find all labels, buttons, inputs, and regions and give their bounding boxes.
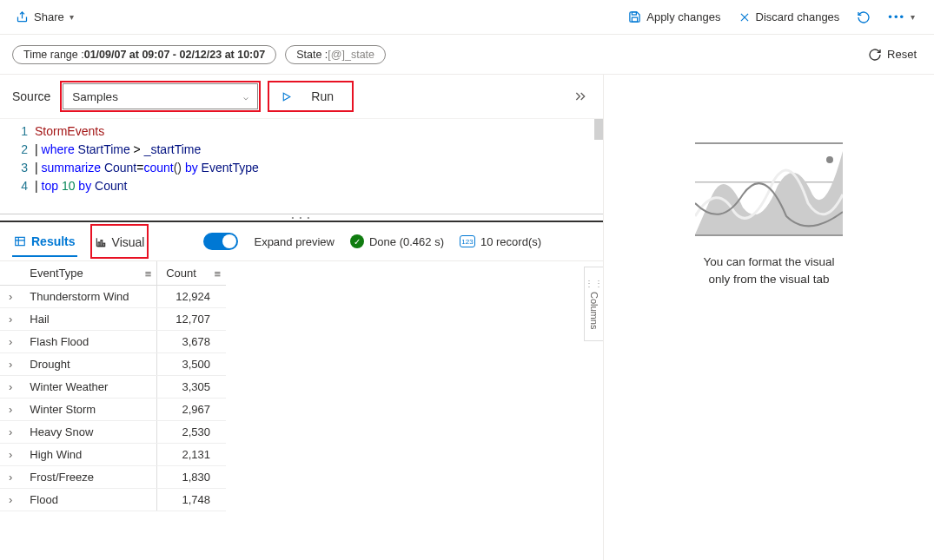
- collapse-right-pane-button[interactable]: [570, 86, 591, 107]
- cell-count: 1,748: [157, 489, 226, 511]
- play-icon: [281, 91, 292, 102]
- row-expander[interactable]: [0, 421, 21, 444]
- format-visual-info: You can format the visual only from the …: [703, 254, 834, 289]
- reset-label: Reset: [887, 48, 917, 61]
- cell-count: 3,305: [157, 376, 226, 399]
- columns-panel-toggle[interactable]: ⋮⋮ Columns: [584, 267, 603, 341]
- col-menu-icon[interactable]: ≡: [214, 267, 221, 280]
- source-row: Source Samples ⌵ Run: [0, 75, 603, 118]
- svg-rect-7: [695, 181, 843, 183]
- results-table: EventType ≡ Count ≡ Thunderstorm Wind12,…: [0, 261, 226, 511]
- table-icon: [14, 235, 26, 247]
- col-menu-icon[interactable]: ≡: [145, 267, 152, 280]
- svg-rect-4: [101, 240, 103, 247]
- cell-event-type: Drought: [21, 353, 156, 376]
- cell-count: 3,678: [157, 331, 226, 353]
- grip-icon: ⋮⋮: [585, 279, 604, 288]
- svg-rect-5: [103, 243, 104, 247]
- time-range-label: Time range :: [23, 49, 84, 61]
- row-expander[interactable]: [0, 331, 21, 353]
- check-icon: ✓: [350, 234, 364, 248]
- row-expander[interactable]: [0, 444, 21, 466]
- query-editor[interactable]: 1234 StormEvents| where StartTime > _sta…: [0, 118, 603, 214]
- expand-preview-toggle[interactable]: [203, 233, 238, 250]
- refresh-icon: [857, 10, 871, 24]
- refresh-button[interactable]: [848, 7, 879, 28]
- editor-scrollbar[interactable]: [594, 119, 603, 140]
- row-expander[interactable]: [0, 489, 21, 511]
- cell-count: 2,131: [157, 444, 226, 466]
- time-range-pill[interactable]: Time range : 01/09/07 at 09:07 - 02/12/2…: [12, 45, 276, 64]
- table-row[interactable]: Flood1,748: [0, 489, 226, 511]
- table-row[interactable]: Drought3,500: [0, 353, 226, 376]
- svg-rect-2: [16, 237, 25, 245]
- tab-visual-label: Visual: [112, 235, 145, 249]
- chart-placeholder-icon: [695, 134, 843, 238]
- format-visual-pane: You can format the visual only from the …: [604, 75, 934, 560]
- record-count-label: 10 record(s): [480, 235, 541, 248]
- cell-count: 2,967: [157, 399, 226, 421]
- row-expander[interactable]: [0, 286, 21, 308]
- chevron-down-icon: ▾: [911, 12, 915, 22]
- table-row[interactable]: Hail12,707: [0, 308, 226, 331]
- svg-point-9: [826, 156, 833, 163]
- row-expander[interactable]: [0, 466, 21, 489]
- results-toolbar: Results Visual Expand preview ✓ Done (0.…: [0, 222, 603, 260]
- cell-event-type: Flash Flood: [21, 331, 156, 353]
- row-expander[interactable]: [0, 376, 21, 399]
- chart-icon: [95, 236, 107, 248]
- table-row[interactable]: Heavy Snow2,530: [0, 421, 226, 444]
- cell-event-type: Heavy Snow: [21, 421, 156, 444]
- table-row[interactable]: High Wind2,131: [0, 444, 226, 466]
- state-label: State :: [296, 49, 328, 61]
- apply-changes-button[interactable]: Apply changes: [619, 7, 729, 27]
- reset-button[interactable]: Reset: [863, 44, 922, 65]
- more-icon: •••: [888, 10, 905, 23]
- editor-gutter: 1234: [0, 119, 35, 214]
- cell-event-type: Winter Storm: [21, 399, 156, 421]
- cell-count: 1,830: [157, 466, 226, 489]
- apply-changes-label: Apply changes: [646, 10, 720, 23]
- cell-event-type: High Wind: [21, 444, 156, 466]
- row-expander[interactable]: [0, 353, 21, 376]
- results-table-wrap: EventType ≡ Count ≡ Thunderstorm Wind12,…: [0, 260, 603, 560]
- cell-count: 12,924: [157, 286, 226, 308]
- pane-resize-handle[interactable]: • • •: [0, 214, 603, 222]
- tab-results[interactable]: Results: [12, 226, 77, 257]
- table-row[interactable]: Frost/Freeze1,830: [0, 466, 226, 489]
- discard-changes-button[interactable]: Discard changes: [730, 7, 849, 27]
- state-pill[interactable]: State : [@]_state: [285, 45, 386, 64]
- status-done-label: Done (0.462 s): [369, 235, 444, 248]
- cell-event-type: Frost/Freeze: [21, 466, 156, 489]
- columns-label: Columns: [589, 292, 599, 329]
- row-expander[interactable]: [0, 308, 21, 331]
- cell-count: 2,530: [157, 421, 226, 444]
- tab-visual[interactable]: Visual: [93, 227, 147, 256]
- table-row[interactable]: Winter Weather3,305: [0, 376, 226, 399]
- table-row[interactable]: Flash Flood3,678: [0, 331, 226, 353]
- discard-changes-label: Discard changes: [756, 10, 840, 23]
- table-row[interactable]: Winter Storm2,967: [0, 399, 226, 421]
- source-select[interactable]: Samples ⌵: [63, 83, 258, 109]
- cell-event-type: Flood: [21, 489, 156, 511]
- row-expander[interactable]: [0, 399, 21, 421]
- more-button[interactable]: ••• ▾: [879, 7, 924, 27]
- svg-rect-8: [695, 234, 843, 236]
- tab-results-label: Results: [31, 234, 76, 248]
- editor-code[interactable]: StormEvents| where StartTime > _startTim…: [35, 119, 603, 214]
- svg-rect-1: [633, 17, 638, 22]
- reset-icon: [868, 48, 882, 62]
- source-selected: Samples: [72, 90, 118, 103]
- share-button[interactable]: Share ▾: [10, 7, 79, 27]
- cell-event-type: Thunderstorm Wind: [21, 286, 156, 308]
- expand-preview-label: Expand preview: [254, 235, 335, 248]
- expander-header: [0, 261, 21, 286]
- run-button[interactable]: Run: [270, 83, 351, 109]
- svg-rect-6: [695, 142, 843, 144]
- close-icon: [739, 11, 751, 23]
- source-label: Source: [12, 89, 50, 103]
- table-row[interactable]: Thunderstorm Wind12,924: [0, 286, 226, 308]
- save-icon: [628, 10, 641, 23]
- col-count[interactable]: Count ≡: [157, 261, 226, 286]
- col-event-type[interactable]: EventType ≡: [21, 261, 156, 286]
